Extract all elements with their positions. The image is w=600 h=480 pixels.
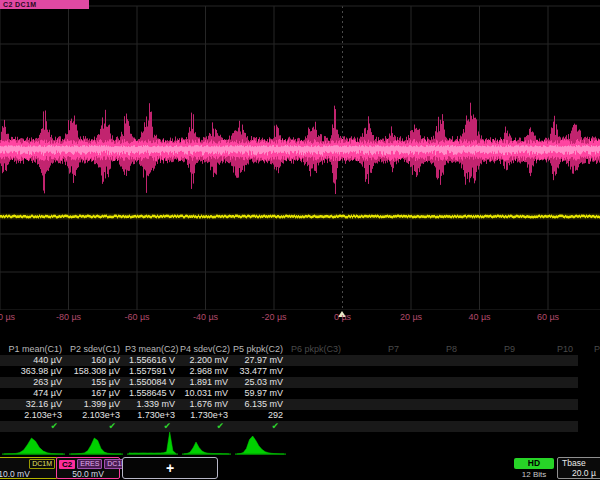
time-axis-label: -40 µs: [193, 312, 218, 322]
parameter-stat-p2: 167 µV: [67, 388, 125, 399]
parameter-status-check-p1: ✔: [0, 421, 67, 432]
parameter-stat-p1: 474 µV: [0, 388, 67, 399]
empty-cell: [520, 399, 578, 410]
c2-vertical-scale: 50.0 mV: [57, 469, 119, 479]
empty-cell: [346, 355, 404, 366]
parameter-column-p7: P7: [346, 344, 404, 432]
parameter-stat-p4: 1.891 mV: [180, 377, 233, 388]
parameter-stat-p5: 59.97 mV: [233, 388, 288, 399]
parameter-stat-p5: 292: [233, 410, 288, 421]
empty-cell: [346, 388, 404, 399]
parameter-header-p3[interactable]: P3 mean(C2): [125, 344, 180, 355]
empty-cell: [288, 355, 346, 366]
parameter-stat-p3: 1.730e+3: [125, 410, 180, 421]
add-trace-button[interactable]: +: [122, 457, 218, 479]
parameter-status-check-p3: ✔: [125, 421, 180, 432]
histicon-p3[interactable]: [125, 432, 180, 456]
empty-cell: [520, 377, 578, 388]
empty-cell: [404, 388, 462, 399]
empty-cell: [346, 399, 404, 410]
hd-mode-badge: HD: [514, 458, 554, 469]
adc-resolution-label: 12 Bits: [514, 470, 554, 479]
parameter-status-check-p4: ✔: [180, 421, 233, 432]
parameter-column-p8: P8: [404, 344, 462, 432]
histicon-p1[interactable]: [0, 432, 67, 456]
parameter-column-p5: P5 pkpk(C2)27.97 mV33.477 mV25.03 mV59.9…: [233, 344, 288, 432]
channel-descriptor-c1[interactable]: C1 DC1M 10.0 mV: [0, 457, 58, 479]
histicon-p4[interactable]: [180, 432, 233, 456]
time-axis-label: 0 µs: [334, 312, 351, 322]
parameter-column-p6: P6 pkpk(C3): [288, 344, 346, 432]
parameter-header-p6[interactable]: P6 pkpk(C3): [288, 344, 346, 355]
parameter-stat-p5: 33.477 mV: [233, 366, 288, 377]
parameter-stat-p5: 25.03 mV: [233, 377, 288, 388]
empty-cell: [346, 366, 404, 377]
empty-cell: [462, 388, 520, 399]
time-axis-label: -80 µs: [56, 312, 81, 322]
parameter-stat-p2: 1.399 µV: [67, 399, 125, 410]
empty-cell: [520, 355, 578, 366]
parameter-column-p9: P9: [462, 344, 520, 432]
empty-cell: [404, 366, 462, 377]
histicon-p5[interactable]: [233, 432, 288, 456]
empty-cell: [462, 366, 520, 377]
measurement-table: P1 mean(C1)440 µV363.98 µV263 µV474 µV32…: [0, 344, 600, 432]
parameter-status-check-p5: ✔: [233, 421, 288, 432]
empty-cell: [288, 410, 346, 421]
c2-channel-label: C2: [59, 460, 75, 469]
empty-cell: [520, 410, 578, 421]
empty-cell: [520, 421, 578, 432]
c2-eres-tag: ERES: [77, 459, 102, 469]
parameter-header-p4[interactable]: P4 sdev(C2): [180, 344, 233, 355]
empty-cell: [404, 410, 462, 421]
empty-cell: [462, 355, 520, 366]
empty-cell: [404, 355, 462, 366]
parameter-column-p4: P4 sdev(C2)2.200 mV2.968 mV1.891 mV10.03…: [180, 344, 233, 432]
empty-cell: [404, 421, 462, 432]
parameter-stat-p2: 155 µV: [67, 377, 125, 388]
empty-cell: [288, 421, 346, 432]
parameter-stat-p5: 27.97 mV: [233, 355, 288, 366]
empty-cell: [288, 399, 346, 410]
parameter-header-p11[interactable]: P11: [594, 344, 600, 355]
parameter-stat-p4: 1.676 mV: [180, 399, 233, 410]
histicon-p2[interactable]: [67, 432, 125, 456]
parameter-stat-p4: 1.730e+3: [180, 410, 233, 421]
parameter-stat-p3: 1.339 mV: [125, 399, 180, 410]
parameter-header-p8[interactable]: P8: [404, 344, 462, 355]
timebase-descriptor[interactable]: Tbase 20.0 µ: [557, 457, 600, 479]
parameter-stat-p3: 1.550084 V: [125, 377, 180, 388]
time-axis-label: -100 µs: [0, 312, 15, 322]
empty-cell: [346, 421, 404, 432]
parameter-stat-p1: 440 µV: [0, 355, 67, 366]
parameter-stat-p1: 2.103e+3: [0, 410, 67, 421]
plus-icon: +: [123, 458, 217, 478]
parameter-header-p10[interactable]: P10: [520, 344, 578, 355]
empty-cell: [404, 377, 462, 388]
parameter-stat-p3: 1.557591 V: [125, 366, 180, 377]
parameter-stat-p2: 160 µV: [67, 355, 125, 366]
empty-cell: [462, 421, 520, 432]
parameter-stat-p4: 2.968 mV: [180, 366, 233, 377]
time-axis-label: 20 µs: [400, 312, 422, 322]
time-axis-label: 60 µs: [537, 312, 559, 322]
trace-descriptor-row: C1 DC1M 10.0 mV C2 ERES DC1M 50.0 mV + H…: [0, 456, 600, 480]
parameter-stat-p3: 1.558645 V: [125, 388, 180, 399]
channel-descriptor-c2[interactable]: C2 ERES DC1M 50.0 mV: [56, 457, 120, 479]
parameter-header-p5[interactable]: P5 pkpk(C2): [233, 344, 288, 355]
empty-cell: [462, 377, 520, 388]
trace-annotation-chip: C2 DC1M: [0, 0, 89, 9]
parameter-header-p2[interactable]: P2 sdev(C1): [67, 344, 125, 355]
parameter-header-p9[interactable]: P9: [462, 344, 520, 355]
parameter-stat-p4: 2.200 mV: [180, 355, 233, 366]
parameter-column-p1: P1 mean(C1)440 µV363.98 µV263 µV474 µV32…: [0, 344, 67, 432]
parameter-header-p7[interactable]: P7: [346, 344, 404, 355]
parameter-stat-p5: 6.135 mV: [233, 399, 288, 410]
time-axis-label: -20 µs: [261, 312, 286, 322]
empty-cell: [520, 388, 578, 399]
histicon-row: [0, 432, 600, 456]
oscilloscope-screen: C2 DC1M -100 µs-80 µs-60 µs-40 µs-20 µs0…: [0, 0, 600, 480]
time-axis-label: 40 µs: [468, 312, 490, 322]
parameter-header-p1[interactable]: P1 mean(C1): [0, 344, 67, 355]
empty-cell: [346, 377, 404, 388]
